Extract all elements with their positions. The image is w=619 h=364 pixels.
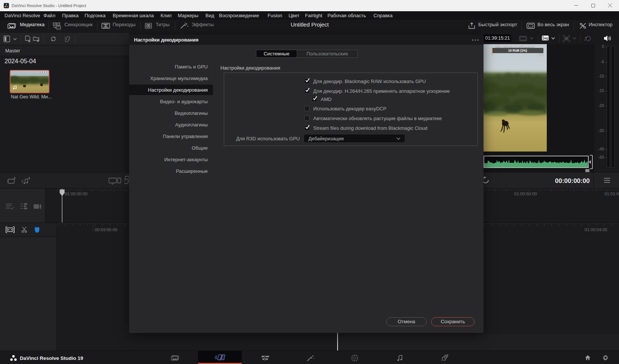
svg-text:HQ: HQ	[544, 37, 548, 40]
